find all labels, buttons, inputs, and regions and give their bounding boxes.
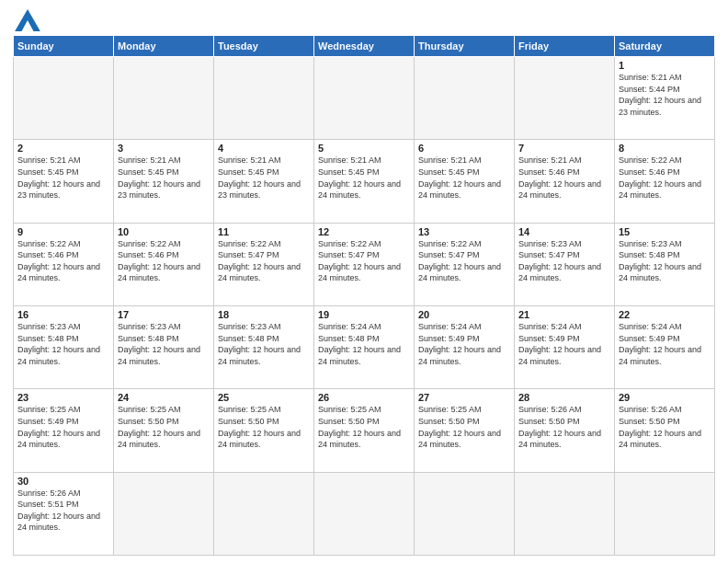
day-info: Sunrise: 5:23 AM Sunset: 5:48 PM Dayligh…	[619, 238, 711, 284]
day-info: Sunrise: 5:25 AM Sunset: 5:50 PM Dayligh…	[318, 404, 410, 450]
calendar-week-row: 30Sunrise: 5:26 AM Sunset: 5:51 PM Dayli…	[14, 472, 715, 555]
calendar-day-cell	[314, 472, 415, 555]
calendar-day-cell: 2Sunrise: 5:21 AM Sunset: 5:45 PM Daylig…	[14, 140, 114, 223]
calendar-week-row: 23Sunrise: 5:25 AM Sunset: 5:49 PM Dayli…	[14, 389, 715, 472]
logo-icon	[15, 9, 40, 31]
day-info: Sunrise: 5:21 AM Sunset: 5:45 PM Dayligh…	[118, 155, 210, 201]
header-sunday: Sunday	[14, 36, 114, 57]
calendar-day-cell: 4Sunrise: 5:21 AM Sunset: 5:45 PM Daylig…	[214, 140, 314, 223]
day-number: 1	[619, 60, 711, 71]
day-number: 11	[218, 226, 310, 237]
day-number: 21	[518, 309, 610, 320]
day-info: Sunrise: 5:22 AM Sunset: 5:46 PM Dayligh…	[118, 238, 210, 284]
calendar-day-cell: 14Sunrise: 5:23 AM Sunset: 5:47 PM Dayli…	[515, 223, 615, 305]
calendar-day-cell	[415, 57, 515, 140]
calendar-day-cell: 12Sunrise: 5:22 AM Sunset: 5:47 PM Dayli…	[314, 223, 415, 305]
day-info: Sunrise: 5:22 AM Sunset: 5:47 PM Dayligh…	[318, 238, 410, 284]
day-info: Sunrise: 5:26 AM Sunset: 5:51 PM Dayligh…	[17, 488, 109, 534]
calendar-day-cell	[114, 57, 214, 140]
calendar-day-cell	[14, 57, 114, 140]
calendar-day-cell: 24Sunrise: 5:25 AM Sunset: 5:50 PM Dayli…	[114, 389, 214, 472]
calendar-day-cell: 16Sunrise: 5:23 AM Sunset: 5:48 PM Dayli…	[14, 305, 114, 388]
calendar-day-cell: 23Sunrise: 5:25 AM Sunset: 5:49 PM Dayli…	[14, 389, 114, 472]
day-info: Sunrise: 5:25 AM Sunset: 5:50 PM Dayligh…	[218, 404, 310, 450]
header-saturday: Saturday	[615, 36, 715, 57]
calendar-day-cell: 9Sunrise: 5:22 AM Sunset: 5:46 PM Daylig…	[14, 223, 114, 305]
calendar-day-cell: 7Sunrise: 5:21 AM Sunset: 5:46 PM Daylig…	[515, 140, 615, 223]
day-number: 22	[619, 309, 711, 320]
day-number: 20	[418, 309, 510, 320]
calendar-day-cell: 1Sunrise: 5:21 AM Sunset: 5:44 PM Daylig…	[615, 57, 715, 140]
calendar-day-cell: 26Sunrise: 5:25 AM Sunset: 5:50 PM Dayli…	[314, 389, 415, 472]
header-tuesday: Tuesday	[214, 36, 314, 57]
day-number: 12	[318, 226, 410, 237]
day-number: 7	[518, 143, 610, 154]
day-number: 6	[418, 143, 510, 154]
calendar-day-cell: 18Sunrise: 5:23 AM Sunset: 5:48 PM Dayli…	[214, 305, 314, 388]
calendar-day-cell: 29Sunrise: 5:26 AM Sunset: 5:50 PM Dayli…	[615, 389, 715, 472]
calendar-week-row: 9Sunrise: 5:22 AM Sunset: 5:46 PM Daylig…	[14, 223, 715, 305]
day-info: Sunrise: 5:25 AM Sunset: 5:50 PM Dayligh…	[418, 404, 510, 450]
day-info: Sunrise: 5:24 AM Sunset: 5:49 PM Dayligh…	[619, 321, 711, 367]
day-number: 2	[17, 143, 109, 154]
calendar-day-cell: 19Sunrise: 5:24 AM Sunset: 5:48 PM Dayli…	[314, 305, 415, 388]
header-monday: Monday	[114, 36, 214, 57]
day-info: Sunrise: 5:21 AM Sunset: 5:45 PM Dayligh…	[318, 155, 410, 201]
day-number: 8	[619, 143, 711, 154]
calendar-day-cell: 25Sunrise: 5:25 AM Sunset: 5:50 PM Dayli…	[214, 389, 314, 472]
calendar-day-cell: 21Sunrise: 5:24 AM Sunset: 5:49 PM Dayli…	[515, 305, 615, 388]
day-info: Sunrise: 5:24 AM Sunset: 5:48 PM Dayligh…	[318, 321, 410, 367]
calendar-week-row: 1Sunrise: 5:21 AM Sunset: 5:44 PM Daylig…	[14, 57, 715, 140]
day-number: 16	[17, 309, 109, 320]
day-info: Sunrise: 5:22 AM Sunset: 5:47 PM Dayligh…	[418, 238, 510, 284]
day-info: Sunrise: 5:22 AM Sunset: 5:46 PM Dayligh…	[17, 238, 109, 284]
calendar-week-row: 2Sunrise: 5:21 AM Sunset: 5:45 PM Daylig…	[14, 140, 715, 223]
day-number: 14	[518, 226, 610, 237]
day-info: Sunrise: 5:23 AM Sunset: 5:48 PM Dayligh…	[118, 321, 210, 367]
day-info: Sunrise: 5:23 AM Sunset: 5:48 PM Dayligh…	[17, 321, 109, 367]
calendar-day-cell	[515, 57, 615, 140]
day-info: Sunrise: 5:21 AM Sunset: 5:45 PM Dayligh…	[17, 155, 109, 201]
calendar-day-cell	[415, 472, 515, 555]
day-info: Sunrise: 5:24 AM Sunset: 5:49 PM Dayligh…	[518, 321, 610, 367]
day-info: Sunrise: 5:23 AM Sunset: 5:47 PM Dayligh…	[518, 238, 610, 284]
day-info: Sunrise: 5:26 AM Sunset: 5:50 PM Dayligh…	[619, 404, 711, 450]
calendar-day-cell: 22Sunrise: 5:24 AM Sunset: 5:49 PM Dayli…	[615, 305, 715, 388]
header-friday: Friday	[515, 36, 615, 57]
calendar-day-cell	[515, 472, 615, 555]
calendar-day-cell: 10Sunrise: 5:22 AM Sunset: 5:46 PM Dayli…	[114, 223, 214, 305]
calendar-day-cell: 28Sunrise: 5:26 AM Sunset: 5:50 PM Dayli…	[515, 389, 615, 472]
day-info: Sunrise: 5:25 AM Sunset: 5:50 PM Dayligh…	[118, 404, 210, 450]
page: Sunday Monday Tuesday Wednesday Thursday…	[0, 0, 728, 563]
day-number: 10	[118, 226, 210, 237]
calendar-day-cell	[214, 57, 314, 140]
header-wednesday: Wednesday	[314, 36, 415, 57]
day-number: 5	[318, 143, 410, 154]
day-number: 28	[518, 392, 610, 403]
day-info: Sunrise: 5:21 AM Sunset: 5:45 PM Dayligh…	[418, 155, 510, 201]
calendar-day-cell	[214, 472, 314, 555]
day-number: 19	[318, 309, 410, 320]
day-info: Sunrise: 5:21 AM Sunset: 5:45 PM Dayligh…	[218, 155, 310, 201]
calendar-day-cell	[615, 472, 715, 555]
day-number: 29	[619, 392, 711, 403]
calendar-day-cell: 13Sunrise: 5:22 AM Sunset: 5:47 PM Dayli…	[415, 223, 515, 305]
calendar-week-row: 16Sunrise: 5:23 AM Sunset: 5:48 PM Dayli…	[14, 305, 715, 388]
day-number: 9	[17, 226, 109, 237]
day-number: 15	[619, 226, 711, 237]
day-info: Sunrise: 5:24 AM Sunset: 5:49 PM Dayligh…	[418, 321, 510, 367]
day-number: 26	[318, 392, 410, 403]
day-number: 17	[118, 309, 210, 320]
header	[13, 9, 715, 31]
calendar-day-cell: 11Sunrise: 5:22 AM Sunset: 5:47 PM Dayli…	[214, 223, 314, 305]
logo	[13, 9, 40, 31]
day-info: Sunrise: 5:23 AM Sunset: 5:48 PM Dayligh…	[218, 321, 310, 367]
calendar-day-cell: 15Sunrise: 5:23 AM Sunset: 5:48 PM Dayli…	[615, 223, 715, 305]
calendar-day-cell: 20Sunrise: 5:24 AM Sunset: 5:49 PM Dayli…	[415, 305, 515, 388]
day-number: 3	[118, 143, 210, 154]
day-info: Sunrise: 5:26 AM Sunset: 5:50 PM Dayligh…	[518, 404, 610, 450]
day-number: 4	[218, 143, 310, 154]
calendar-table: Sunday Monday Tuesday Wednesday Thursday…	[13, 35, 715, 556]
calendar-day-cell: 5Sunrise: 5:21 AM Sunset: 5:45 PM Daylig…	[314, 140, 415, 223]
calendar-day-cell	[114, 472, 214, 555]
